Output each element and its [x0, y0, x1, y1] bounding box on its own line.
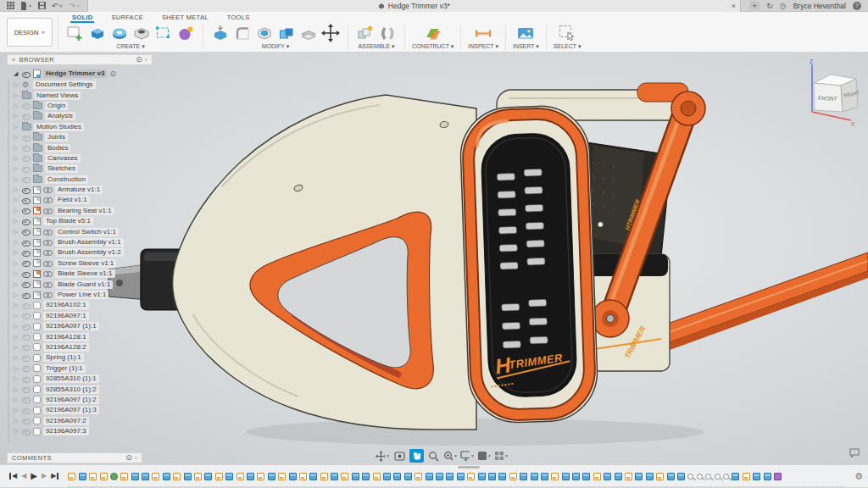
expand-arrow-icon[interactable]: ▷ — [14, 302, 19, 308]
timeline-feature-icon[interactable] — [404, 473, 412, 480]
insert-image-button[interactable] — [515, 23, 536, 43]
expand-arrow-icon[interactable]: ▷ — [14, 249, 19, 256]
timeline-feature-icon[interactable] — [615, 473, 622, 480]
select-group-label[interactable]: SELECT ▾ — [554, 43, 581, 52]
visibility-eye-icon[interactable] — [22, 396, 31, 403]
browser-header[interactable]: « BROWSER ⊙ › — [7, 54, 153, 65]
visibility-eye-icon[interactable] — [22, 165, 31, 173]
expand-arrow-icon[interactable]: ▷ — [14, 344, 19, 351]
expand-arrow-icon[interactable]: ▷ — [14, 386, 19, 393]
visibility-eye-icon[interactable] — [22, 259, 31, 267]
timeline-feature-icon[interactable] — [582, 473, 590, 480]
expand-arrow-icon[interactable]: ▷ — [14, 155, 19, 162]
visibility-eye-icon[interactable] — [22, 291, 31, 299]
layout-grid-button[interactable]: ▼ — [477, 449, 492, 463]
tree-item[interactable]: ▷ Document Settings — [14, 80, 153, 90]
combine-button[interactable] — [276, 23, 297, 43]
browser-expand-icon[interactable]: › — [145, 56, 147, 64]
timeline-feature-icon[interactable] — [562, 473, 570, 480]
user-name[interactable]: Bryce Heventhal — [793, 2, 846, 10]
timeline-feature-icon[interactable] — [152, 473, 159, 480]
visibility-eye-icon[interactable] — [22, 280, 31, 288]
timeline-feature-icon[interactable] — [426, 473, 433, 480]
timeline-feature-icon[interactable] — [362, 473, 370, 480]
zoom-button[interactable] — [426, 449, 441, 463]
expand-arrow-icon[interactable]: ▷ — [14, 197, 19, 203]
viewports-button[interactable]: ▼ — [494, 449, 509, 463]
expand-arrow-icon[interactable]: ▷ — [14, 365, 19, 372]
hole-button[interactable] — [131, 23, 152, 43]
timeline-feature-icon[interactable] — [498, 473, 506, 480]
document-tab[interactable]: Hedge Trimmer v3* × — [87, 0, 741, 12]
tree-item[interactable]: ▷ 92196A097 (1):1 — [14, 321, 153, 331]
timeline-feature-icon[interactable] — [320, 473, 328, 480]
tree-item-label[interactable]: 92196A102:1 — [43, 301, 89, 309]
tree-item-label[interactable]: Bodies — [45, 144, 70, 152]
timeline-feature-icon[interactable] — [478, 473, 486, 480]
timeline-feature-icon[interactable] — [68, 473, 75, 480]
tree-item[interactable]: ▷ Bearing Seat v1:1 — [14, 206, 153, 216]
tree-item[interactable]: ▷ 92196A097 (1):2 — [14, 395, 153, 405]
tree-item[interactable]: ▷ Origin — [14, 101, 153, 111]
browser-filter-icon[interactable]: ⊙ — [136, 56, 142, 64]
collapse-arrow-icon[interactable]: ◢ — [14, 70, 19, 77]
tree-item-label[interactable]: 92196A097 (1):3 — [43, 406, 99, 414]
new-tab-button[interactable]: + — [749, 1, 760, 10]
tree-item-label[interactable]: Trigger (1):1 — [43, 364, 86, 373]
timeline-feature-icon[interactable] — [204, 473, 212, 480]
tree-item[interactable]: ▷ Spring (1):1 — [14, 352, 153, 363]
visibility-eye-icon[interactable] — [22, 312, 31, 319]
tree-item-label[interactable]: 92196A097:3 — [43, 427, 89, 435]
timeline-feature-icon[interactable] — [687, 474, 693, 480]
close-tab-icon[interactable]: × — [732, 2, 736, 10]
expand-arrow-icon[interactable]: ▷ — [14, 145, 19, 152]
tree-item-label[interactable]: 92196A097 (1):2 — [43, 396, 99, 404]
fit-button[interactable]: ▼ — [443, 449, 458, 463]
timeline-feature-icon[interactable] — [299, 473, 307, 480]
extrude-button[interactable] — [87, 23, 108, 43]
tree-item-label[interactable]: 92855A310 (1):2 — [43, 385, 99, 394]
visibility-eye-icon[interactable] — [22, 207, 31, 214]
timeline-feature-icon[interactable] — [215, 473, 223, 480]
timeline-feature-icon[interactable] — [120, 473, 128, 480]
help-icon[interactable]: ? — [853, 2, 861, 10]
timeline-feature-icon[interactable] — [352, 473, 359, 480]
visibility-eye-icon[interactable] — [22, 113, 31, 120]
timeline-feature-icon[interactable] — [163, 473, 170, 480]
visibility-eye-icon[interactable] — [22, 407, 31, 414]
timeline-feature-icon[interactable] — [236, 473, 244, 480]
tree-item[interactable]: ▷ 92196A097:3 — [14, 426, 153, 436]
visibility-eye-icon[interactable] — [22, 70, 31, 78]
visibility-eye-icon[interactable] — [22, 175, 31, 183]
comments-expand-icon[interactable]: › — [135, 454, 137, 462]
timeline-feature-icon[interactable] — [705, 474, 711, 480]
timeline-feature-icon[interactable] — [142, 473, 149, 480]
comments-panel[interactable]: COMMENTS ⊙ › — [7, 452, 142, 463]
tree-item-label[interactable]: Brush Assembly v1:2 — [55, 248, 124, 257]
timeline-feature-icon[interactable] — [541, 473, 548, 480]
tree-item-label[interactable]: Canvases — [45, 154, 81, 163]
timeline-feature-icon[interactable] — [194, 473, 202, 480]
save-icon[interactable] — [38, 2, 46, 9]
timeline-feature-icon[interactable] — [593, 473, 601, 480]
expand-arrow-icon[interactable]: ▷ — [14, 176, 19, 183]
timeline-feature-icon[interactable] — [383, 473, 391, 480]
timeline-feature-icon[interactable] — [268, 473, 275, 480]
visibility-eye-icon[interactable] — [22, 102, 31, 109]
timeline-feature-icon[interactable] — [677, 473, 685, 480]
revolve-button[interactable] — [109, 23, 130, 43]
timeline-feature-icon[interactable] — [79, 473, 86, 480]
timeline-feature-icon[interactable] — [446, 473, 453, 480]
expand-arrow-icon[interactable]: ▷ — [14, 428, 19, 435]
tree-item[interactable]: ▷ 92196A097:1 — [14, 311, 153, 321]
timeline-feature-icon[interactable] — [393, 473, 401, 480]
collapse-panel-icon[interactable]: « — [12, 56, 16, 64]
app-grid-icon[interactable] — [7, 2, 14, 9]
timeline-scrollbar[interactable] — [458, 466, 480, 469]
expand-arrow-icon[interactable]: ▷ — [14, 291, 19, 298]
expand-arrow-icon[interactable]: ▷ — [14, 208, 19, 214]
timeline-feature-icon[interactable] — [667, 473, 675, 480]
timeline-feature-icon[interactable] — [604, 473, 611, 480]
joint-button[interactable] — [377, 23, 398, 43]
tree-item[interactable]: ▷ 92196A097 (1):3 — [14, 405, 153, 415]
